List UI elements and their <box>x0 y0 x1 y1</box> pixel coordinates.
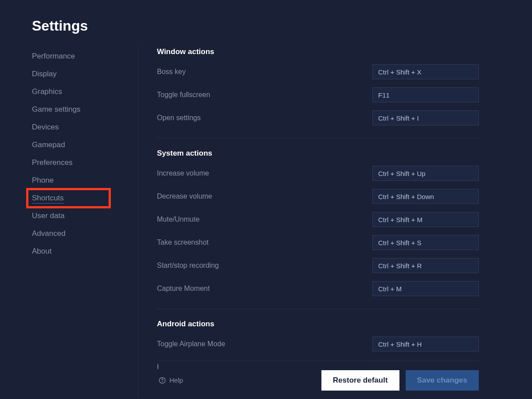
sidebar-item-devices[interactable]: Devices <box>32 118 129 136</box>
shortcut-label-decrease-volume: Decrease volume <box>157 192 212 200</box>
shortcut-label-open-settings: Open settings <box>157 114 201 122</box>
settings-main: Window actions Boss key Ctrl + Shift + X… <box>138 47 532 398</box>
help-link[interactable]: Help <box>159 376 183 384</box>
svg-point-1 <box>162 382 163 382</box>
section-header: Window actions <box>157 47 479 56</box>
section-header: System actions <box>157 149 479 158</box>
shortcut-input-toggle-fullscreen[interactable]: F11 <box>372 87 479 102</box>
shortcut-label-airplane: Toggle Airplane Mode <box>157 340 225 348</box>
sidebar-item-about[interactable]: About <box>32 243 129 260</box>
sidebar-item-advanced[interactable]: Advanced <box>32 225 129 243</box>
shortcut-input-decrease-volume[interactable]: Ctrl + Shift + Down <box>372 189 479 204</box>
shortcut-input-capture-moment[interactable]: Ctrl + M <box>372 281 479 296</box>
sidebar-item-performance[interactable]: Performance <box>32 47 129 65</box>
shortcut-input-boss-key[interactable]: Ctrl + Shift + X <box>372 64 479 79</box>
shortcut-label-toggle-fullscreen: Toggle fullscreen <box>157 91 210 99</box>
shortcut-label-capture-moment: Capture Moment <box>157 285 210 293</box>
help-label: Help <box>169 376 183 384</box>
sidebar-item-display[interactable]: Display <box>32 65 129 83</box>
sidebar-item-user-data[interactable]: User data <box>32 207 129 225</box>
shortcut-input-mute[interactable]: Ctrl + Shift + M <box>372 212 479 227</box>
page-title: Settings <box>0 0 532 47</box>
shortcut-label-screenshot: Take screenshot <box>157 239 209 246</box>
shortcut-input-open-settings[interactable]: Ctrl + Shift + I <box>372 110 479 125</box>
restore-default-button[interactable]: Restore default <box>321 370 399 391</box>
sidebar-item-phone[interactable]: Phone <box>32 172 129 189</box>
footer-bar: Help Restore default Save changes <box>159 361 479 399</box>
shortcut-label-mute: Mute/Unmute <box>157 215 200 223</box>
shortcut-input-screenshot[interactable]: Ctrl + Shift + S <box>372 235 479 250</box>
shortcut-input-increase-volume[interactable]: Ctrl + Shift + Up <box>372 166 479 181</box>
sidebar-item-shortcuts[interactable]: Shortcuts <box>27 189 110 207</box>
help-icon <box>159 377 166 384</box>
sidebar-item-graphics[interactable]: Graphics <box>32 83 129 101</box>
sidebar-item-game-settings[interactable]: Game settings <box>32 101 129 118</box>
settings-sidebar: Performance Display Graphics Game settin… <box>32 47 138 398</box>
sidebar-item-preferences[interactable]: Preferences <box>32 154 129 172</box>
shortcut-label-increase-volume: Increase volume <box>157 169 209 177</box>
shortcut-input-recording[interactable]: Ctrl + Shift + R <box>372 258 479 273</box>
section-header: Android actions <box>157 320 479 329</box>
sidebar-item-gamepad[interactable]: Gamepad <box>32 136 129 154</box>
section-window-actions: Window actions Boss key Ctrl + Shift + X… <box>157 47 479 138</box>
shortcut-input-airplane[interactable]: Ctrl + Shift + H <box>372 336 479 352</box>
shortcut-label-boss-key: Boss key <box>157 68 186 76</box>
section-system-actions: System actions Increase volume Ctrl + Sh… <box>157 149 479 309</box>
shortcut-label-recording: Start/stop recording <box>157 262 219 270</box>
save-changes-button[interactable]: Save changes <box>406 370 479 391</box>
